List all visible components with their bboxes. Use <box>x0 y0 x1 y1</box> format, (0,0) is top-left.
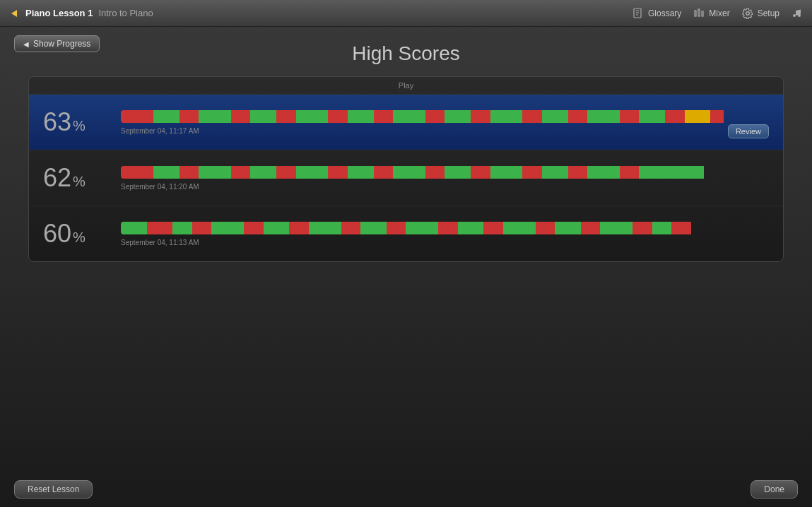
score-bar-1 <box>121 110 769 123</box>
seg <box>121 110 153 123</box>
seg <box>374 110 394 123</box>
seg <box>639 166 704 179</box>
seg <box>374 166 394 179</box>
score-pct-1: 63 % <box>43 107 121 137</box>
seg <box>231 166 251 179</box>
seg <box>250 166 276 179</box>
seg <box>250 110 276 123</box>
seg <box>587 166 620 179</box>
seg <box>490 110 523 123</box>
seg <box>276 166 296 179</box>
seg <box>620 110 640 123</box>
score-bar-area-2: September 04, 11:20 AM <box>121 166 769 191</box>
score-date-2: September 04, 11:20 AM <box>121 183 769 191</box>
seg <box>296 166 329 179</box>
play-label: Play <box>29 77 783 95</box>
seg <box>387 222 406 234</box>
seg <box>341 222 361 234</box>
score-num-3: 60 <box>43 219 71 249</box>
score-bar-2 <box>121 166 769 179</box>
seg <box>685 110 711 123</box>
seg <box>153 166 180 179</box>
bottom-bar: Reset Lesson Done <box>0 472 812 507</box>
score-row-2: 62 % <box>29 150 783 206</box>
seg <box>264 222 290 234</box>
seg <box>587 110 620 123</box>
review-button[interactable]: Review <box>728 124 769 138</box>
seg <box>522 166 542 179</box>
main-content: Show Progress High Scores Play 63 % <box>0 27 812 270</box>
seg <box>147 222 173 234</box>
seg <box>180 166 199 179</box>
score-row-1: 63 % <box>29 95 783 150</box>
seg <box>536 222 555 234</box>
seg <box>231 110 251 123</box>
seg <box>328 110 348 123</box>
seg <box>503 222 536 234</box>
seg <box>568 166 588 179</box>
seg <box>309 222 341 234</box>
done-button[interactable]: Done <box>751 480 798 499</box>
svg-rect-7 <box>702 11 703 16</box>
seg <box>360 222 387 234</box>
svg-rect-6 <box>698 9 700 16</box>
score-pct-2: 62 % <box>43 163 121 193</box>
seg <box>671 222 691 234</box>
seg <box>153 110 180 123</box>
seg <box>192 222 212 234</box>
score-num-1: 63 <box>43 107 71 137</box>
seg <box>710 110 723 123</box>
gear-icon <box>741 7 754 20</box>
seg <box>348 166 374 179</box>
score-pct-3: 60 % <box>43 219 121 249</box>
seg <box>639 110 665 123</box>
app-title: Piano Lesson 1 <box>25 8 93 18</box>
seg <box>555 222 581 234</box>
seg <box>121 166 153 179</box>
seg <box>199 110 231 123</box>
nav-setup[interactable]: Setup <box>741 7 779 20</box>
nav-glossary[interactable]: Glossary <box>632 7 681 20</box>
seg <box>522 110 542 123</box>
seg <box>211 222 244 234</box>
score-num-2: 62 <box>43 163 71 193</box>
seg <box>289 222 309 234</box>
seg <box>471 166 490 179</box>
seg <box>620 166 640 179</box>
nav-music[interactable] <box>791 7 804 20</box>
seg <box>296 110 329 123</box>
seg <box>393 166 425 179</box>
seg <box>348 110 374 123</box>
title-bar-left: Piano Lesson 1 Intro to Piano <box>8 8 153 19</box>
setup-label: Setup <box>758 8 779 18</box>
seg <box>180 110 199 123</box>
seg <box>568 110 588 123</box>
seg <box>244 222 264 234</box>
seg <box>483 222 503 234</box>
reset-lesson-button[interactable]: Reset Lesson <box>14 480 93 499</box>
svg-marker-0 <box>11 10 17 17</box>
seg <box>406 222 438 234</box>
app-subtitle: Intro to Piano <box>98 8 153 18</box>
back-button[interactable] <box>8 8 20 19</box>
seg <box>632 222 652 234</box>
glossary-label: Glossary <box>648 8 681 18</box>
mixer-label: Mixer <box>709 8 729 18</box>
seg <box>665 110 685 123</box>
seg <box>600 222 632 234</box>
seg <box>438 222 458 234</box>
show-progress-label: Show Progress <box>33 39 90 49</box>
nav-mixer[interactable]: Mixer <box>693 7 729 20</box>
seg <box>172 222 192 234</box>
seg <box>276 110 296 123</box>
show-progress-button[interactable]: Show Progress <box>14 35 100 52</box>
seg <box>425 110 445 123</box>
svg-rect-5 <box>695 11 696 16</box>
seg <box>445 166 471 179</box>
score-date-3: September 04, 11:13 AM <box>121 239 769 246</box>
seg <box>445 110 471 123</box>
score-row-3: 60 % <box>29 206 783 261</box>
title-bar: Piano Lesson 1 Intro to Piano Glossary <box>0 0 812 27</box>
seg <box>490 166 523 179</box>
score-bar-area-1: September 04, 11:17 AM <box>121 110 769 135</box>
